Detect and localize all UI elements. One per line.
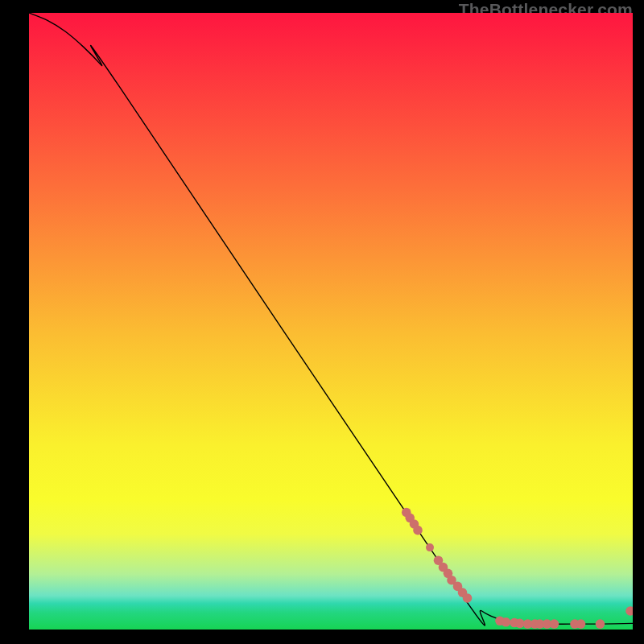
data-point bbox=[426, 543, 434, 551]
data-point bbox=[576, 619, 586, 629]
chart-plot bbox=[29, 13, 633, 630]
data-point bbox=[596, 619, 605, 629]
chart-background bbox=[29, 13, 633, 630]
data-point bbox=[550, 619, 559, 629]
data-point bbox=[463, 593, 473, 603]
data-point bbox=[502, 617, 511, 627]
data-point bbox=[413, 526, 423, 535]
